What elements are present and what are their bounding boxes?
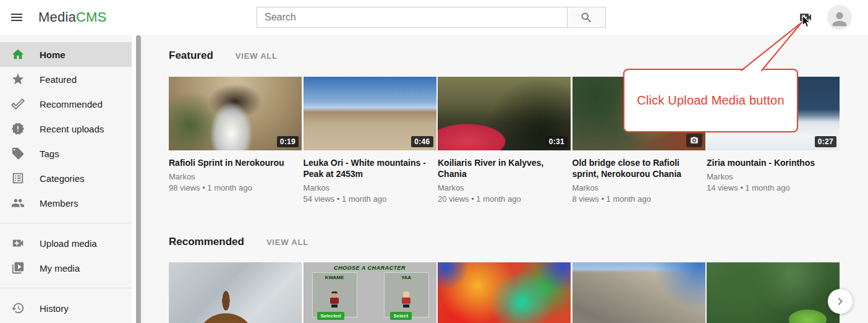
logo-text-cms: CMS xyxy=(76,9,107,25)
game-selected-button: Selected xyxy=(317,312,345,320)
game-character-sprite xyxy=(402,291,411,308)
sidebar-item-label: Categories xyxy=(40,173,85,184)
recommended-section-header: Recommended VIEW ALL xyxy=(169,236,308,248)
media-card: 0:46 Leuka Ori - White mountains - Peak … xyxy=(304,77,436,204)
media-meta: 8 views • 1 month ago xyxy=(572,194,705,204)
media-meta: 54 views • 1 month ago xyxy=(304,194,436,204)
search-bar xyxy=(257,7,606,28)
sidebar-item-label: History xyxy=(40,303,69,314)
media-thumbnail[interactable] xyxy=(572,262,705,323)
featured-view-all-link[interactable]: VIEW ALL xyxy=(236,51,278,61)
media-title[interactable]: Ziria mountain - Korinthos xyxy=(707,157,836,168)
game-character-sprite xyxy=(330,291,339,308)
media-author: Markos xyxy=(304,183,436,192)
media-card xyxy=(707,262,840,323)
sidebar-item-featured[interactable]: Featured xyxy=(0,67,132,92)
game-thumb-heading: CHOOSE A CHARACTER xyxy=(304,265,436,271)
sidebar-item-label: My media xyxy=(40,263,80,273)
sidebar-divider xyxy=(0,288,132,288)
featured-section-header: Featured VIEW ALL xyxy=(169,50,278,62)
upload-media-icon[interactable] xyxy=(798,10,813,25)
media-thumbnail[interactable]: 0:19 xyxy=(169,77,302,150)
members-icon xyxy=(11,196,25,210)
sidebar: Home Featured Recommended Recent uploads… xyxy=(0,35,132,323)
media-card: 0:31 Koiliaris River in Kalyves, Chania … xyxy=(438,77,571,204)
duration-badge: 0:19 xyxy=(277,136,299,147)
recommended-view-all-link[interactable]: VIEW ALL xyxy=(266,238,308,247)
media-thumbnail[interactable] xyxy=(438,262,571,323)
top-bar: MediaCMS xyxy=(0,0,868,35)
annotation-text: Click Upload Media button xyxy=(637,93,784,108)
media-title[interactable]: Rafioli Sprint in Nerokourou xyxy=(169,157,299,168)
media-card xyxy=(169,262,302,323)
logo-text-media: Media xyxy=(38,9,76,25)
upload-media-icon xyxy=(11,236,25,250)
home-icon xyxy=(11,48,25,61)
sidebar-item-home[interactable]: Home xyxy=(0,42,132,67)
sidebar-item-label: Recommended xyxy=(40,99,103,110)
section-title: Featured xyxy=(169,50,213,62)
search-icon xyxy=(580,11,593,24)
sidebar-scrollbar-track xyxy=(132,35,142,323)
duration-badge: 0:46 xyxy=(411,136,433,147)
game-character-name: KWAME xyxy=(313,275,357,280)
categories-icon xyxy=(11,171,25,185)
sidebar-item-categories[interactable]: Categories xyxy=(0,166,132,191)
star-icon xyxy=(11,72,25,86)
media-thumbnail[interactable]: 0:46 xyxy=(304,77,436,150)
sidebar-divider xyxy=(0,223,132,223)
media-title[interactable]: Old bridge close to Rafioli sprint, Nero… xyxy=(572,157,702,179)
user-avatar[interactable] xyxy=(827,5,852,30)
new-releases-icon xyxy=(11,122,25,136)
sidebar-item-label: Featured xyxy=(40,74,77,85)
search-input[interactable] xyxy=(257,7,567,28)
media-thumbnail[interactable] xyxy=(707,262,840,323)
media-card: CHOOSE A CHARACTER KWAME YAA Selected Se… xyxy=(304,262,436,323)
media-author: Markos xyxy=(438,183,571,192)
game-character-panel: YAA xyxy=(384,272,429,317)
media-author: Markos xyxy=(572,183,705,192)
media-author: Markos xyxy=(707,172,840,181)
media-card xyxy=(572,262,705,323)
game-character-name: YAA xyxy=(385,275,428,280)
game-character-panel: KWAME xyxy=(312,272,357,317)
my-media-icon xyxy=(11,261,25,275)
media-meta: 98 views • 1 month ago xyxy=(169,183,302,192)
media-meta: 14 views • 1 month ago xyxy=(707,183,840,192)
game-select-button: Select xyxy=(390,312,412,320)
sidebar-item-history[interactable]: History xyxy=(0,296,132,321)
duration-badge: 0:31 xyxy=(546,136,568,147)
media-thumbnail[interactable]: 0:31 xyxy=(438,77,571,150)
sidebar-item-my-media[interactable]: My media xyxy=(0,256,132,280)
sidebar-item-label: Members xyxy=(40,198,79,209)
media-thumbnail[interactable]: CHOOSE A CHARACTER KWAME YAA Selected Se… xyxy=(304,262,436,323)
media-thumbnail[interactable] xyxy=(169,262,302,323)
sidebar-item-label: Tags xyxy=(40,149,59,159)
menu-icon[interactable] xyxy=(9,10,24,25)
search-button[interactable] xyxy=(567,7,606,28)
sidebar-scrollbar-thumb[interactable] xyxy=(136,35,141,323)
sidebar-item-upload-media[interactable]: Upload media xyxy=(0,231,132,256)
media-author: Markos xyxy=(169,172,302,181)
media-title[interactable]: Koiliaris River in Kalyves, Chania xyxy=(438,157,568,179)
media-meta: 20 views • 1 month ago xyxy=(438,194,571,204)
media-card xyxy=(438,262,571,323)
duration-badge: 0:27 xyxy=(815,136,836,147)
sidebar-item-members[interactable]: Members xyxy=(0,191,132,215)
sidebar-item-tags[interactable]: Tags xyxy=(0,141,132,166)
sidebar-item-label: Recent uploads xyxy=(40,124,104,134)
section-title: Recommended xyxy=(169,236,244,248)
chevron-right-icon xyxy=(833,294,848,309)
sidebar-item-label: Upload media xyxy=(40,238,97,249)
sidebar-item-label: Home xyxy=(40,50,66,60)
check-icon xyxy=(11,97,25,111)
recommended-cards-row: CHOOSE A CHARACTER KWAME YAA Selected Se… xyxy=(169,262,840,323)
carousel-next-button[interactable] xyxy=(828,289,853,314)
media-title[interactable]: Leuka Ori - White mountains - Peak at 24… xyxy=(304,157,433,179)
sidebar-item-recent-uploads[interactable]: Recent uploads xyxy=(0,116,132,141)
tag-icon xyxy=(11,147,25,160)
camera-icon xyxy=(686,134,702,147)
sidebar-item-recommended[interactable]: Recommended xyxy=(0,92,132,116)
app-logo[interactable]: MediaCMS xyxy=(38,9,106,26)
annotation-callout: Click Upload Media button xyxy=(623,69,798,132)
